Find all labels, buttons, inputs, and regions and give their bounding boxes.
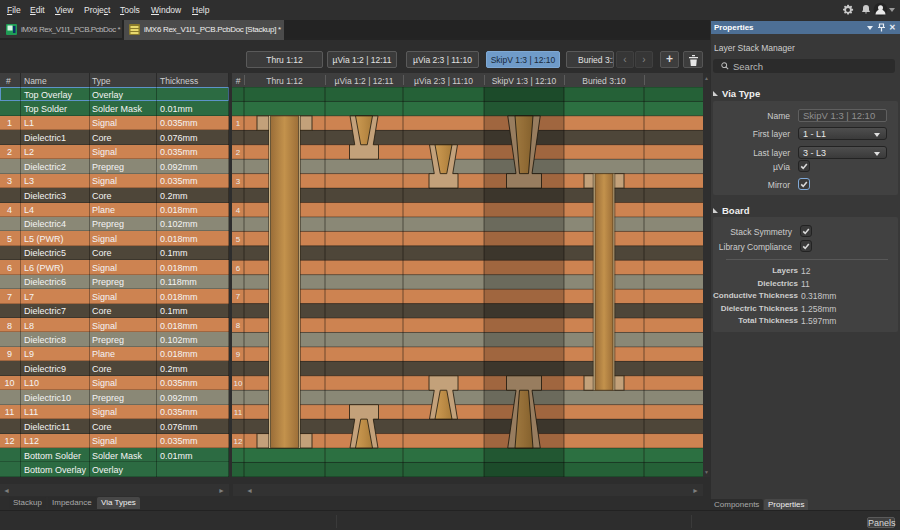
svg-text:5: 5 [236, 235, 241, 244]
svg-text:6: 6 [236, 264, 241, 273]
svg-text:12: 12 [234, 437, 243, 446]
svg-text:10: 10 [234, 379, 243, 388]
svg-text:1: 1 [236, 119, 241, 128]
svg-text:4: 4 [236, 206, 241, 215]
svg-text:2: 2 [236, 148, 241, 157]
svg-text:8: 8 [236, 321, 241, 330]
svg-text:11: 11 [234, 408, 243, 417]
svg-text:3: 3 [236, 177, 241, 186]
svg-text:7: 7 [236, 292, 241, 301]
svg-text:9: 9 [236, 350, 241, 359]
